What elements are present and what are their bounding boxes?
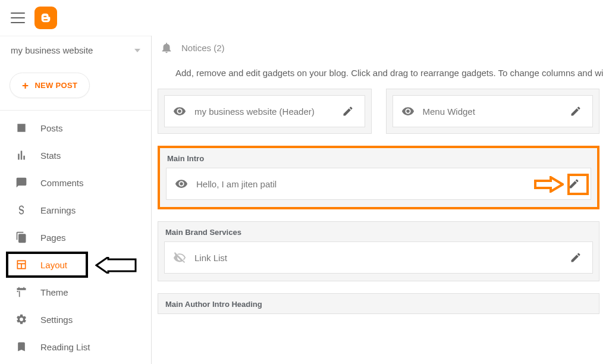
edit-button[interactable] [340, 103, 356, 120]
visibility-off-icon [173, 251, 186, 264]
section-header: my business website (Header) [158, 89, 372, 134]
new-post-label: NEW POST [34, 81, 77, 90]
earnings-icon [15, 204, 27, 216]
sidebar-item-comments[interactable]: Comments [0, 169, 151, 196]
dropdown-icon [134, 49, 140, 52]
pages-icon [15, 231, 27, 243]
gadget-header[interactable]: my business website (Header) [164, 95, 365, 127]
gadget-label: Menu Widget [423, 106, 560, 117]
gadget-menu-widget[interactable]: Menu Widget [393, 95, 594, 127]
sidebar-item-pages[interactable]: Pages [0, 224, 151, 251]
section-title: Main Author Intro Heading [158, 294, 599, 313]
new-post-button[interactable]: + NEW POST [10, 73, 90, 98]
sidebar-item-label: Layout [40, 260, 67, 270]
edit-button[interactable] [567, 103, 584, 120]
visibility-icon [175, 177, 188, 190]
layout-instruction: Add, remove and edit gadgets on your blo… [152, 59, 609, 89]
sidebar-item-theme[interactable]: Theme [0, 278, 151, 306]
stats-icon [15, 149, 27, 161]
notices-label: Notices (2) [181, 43, 225, 53]
edit-button[interactable] [566, 175, 582, 192]
sidebar-item-label: Earnings [40, 205, 76, 215]
sidebar-item-settings[interactable]: Settings [0, 306, 151, 333]
layout-icon [15, 259, 27, 271]
visibility-icon [173, 105, 186, 118]
annotation-arrow-icon [95, 257, 137, 275]
section-title: Main Intro [160, 148, 597, 168]
visibility-icon [401, 105, 415, 118]
settings-icon [15, 313, 27, 325]
section-main-brand: Main Brand Services Link List [158, 221, 599, 281]
edit-button[interactable] [567, 249, 584, 266]
sidebar-item-reading-list[interactable]: Reading List [0, 333, 151, 360]
comments-icon [15, 177, 27, 189]
gadget-label: Link List [194, 253, 559, 263]
sidebar-item-posts[interactable]: Posts [0, 114, 151, 142]
menu-button[interactable] [11, 12, 25, 23]
blogger-logo[interactable] [34, 7, 57, 29]
plus-icon: + [22, 80, 29, 91]
sidebar-item-label: Theme [40, 287, 68, 297]
sidebar-item-label: Posts [40, 123, 63, 133]
section-title: Main Brand Services [158, 222, 599, 241]
blog-selector[interactable]: my business website [0, 36, 151, 64]
theme-icon [15, 286, 27, 298]
sidebar-item-label: Reading List [40, 342, 90, 352]
section-main-intro: Main Intro Hello, I am jiten patil [158, 146, 599, 209]
sidebar: my business website + NEW POST Posts Sta… [0, 36, 152, 364]
sidebar-item-earnings[interactable]: Earnings [0, 196, 151, 224]
main-content: Notices (2) Add, remove and edit gadgets… [152, 36, 609, 364]
blog-name: my business website [11, 45, 93, 55]
sidebar-item-layout[interactable]: Layout [0, 251, 151, 278]
posts-icon [15, 122, 27, 134]
gadget-link-list[interactable]: Link List [164, 241, 593, 274]
section-menu: Menu Widget [386, 89, 600, 134]
sidebar-item-label: Pages [40, 233, 66, 243]
bell-icon [160, 41, 173, 54]
gadget-label: my business website (Header) [194, 106, 331, 117]
reading-list-icon [15, 341, 27, 353]
gadget-main-intro[interactable]: Hello, I am jiten patil [166, 168, 591, 200]
section-main-author: Main Author Intro Heading [158, 293, 599, 314]
sidebar-item-label: Settings [40, 315, 73, 325]
sidebar-item-label: Stats [40, 150, 61, 161]
sidebar-item-label: Comments [40, 178, 84, 188]
gadget-label: Hello, I am jiten patil [196, 179, 557, 189]
sidebar-item-stats[interactable]: Stats [0, 142, 151, 169]
notices-bar[interactable]: Notices (2) [152, 36, 609, 59]
